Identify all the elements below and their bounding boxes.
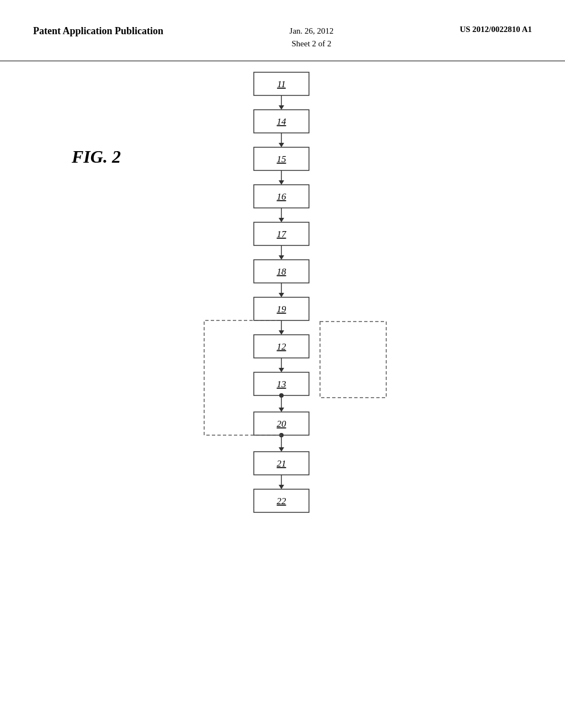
label-19: 19 (277, 304, 287, 314)
label-15: 15 (277, 154, 286, 164)
label-22: 22 (277, 496, 287, 506)
main-content: FIG. 2 11 14 15 16 17 (0, 61, 565, 723)
figure-label: FIG. 2 (72, 147, 121, 167)
svg-marker-7 (279, 218, 284, 222)
svg-marker-17 (279, 408, 284, 412)
svg-marker-3 (279, 143, 284, 147)
svg-marker-5 (279, 180, 284, 185)
publication-label: Patent Application Publication (33, 25, 163, 38)
date-sheet-info: Jan. 26, 2012 Sheet 2 of 2 (290, 25, 334, 50)
svg-marker-21 (279, 485, 284, 489)
svg-marker-1 (279, 105, 284, 110)
svg-marker-9 (279, 255, 284, 260)
svg-marker-19 (279, 447, 284, 452)
inner-dashed-loop (320, 322, 386, 398)
label-16: 16 (277, 191, 287, 202)
patent-number: US 2012/0022810 A1 (460, 25, 532, 34)
svg-marker-13 (279, 330, 284, 335)
date-line: Jan. 26, 2012 (290, 26, 334, 35)
svg-marker-11 (279, 293, 284, 297)
label-18: 18 (277, 266, 287, 277)
label-12: 12 (277, 341, 287, 352)
dot-13-bottom (279, 393, 284, 398)
label-21: 21 (277, 458, 286, 469)
label-14: 14 (277, 116, 287, 127)
page-header: Patent Application Publication Jan. 26, … (0, 0, 565, 61)
label-13: 13 (277, 379, 286, 389)
label-11: 11 (277, 79, 286, 89)
svg-marker-15 (279, 368, 284, 372)
sheet-line: Sheet 2 of 2 (292, 39, 332, 48)
flowchart-svg: 11 14 15 16 17 18 (171, 67, 392, 728)
label-17: 17 (277, 229, 287, 239)
label-20: 20 (277, 419, 287, 429)
